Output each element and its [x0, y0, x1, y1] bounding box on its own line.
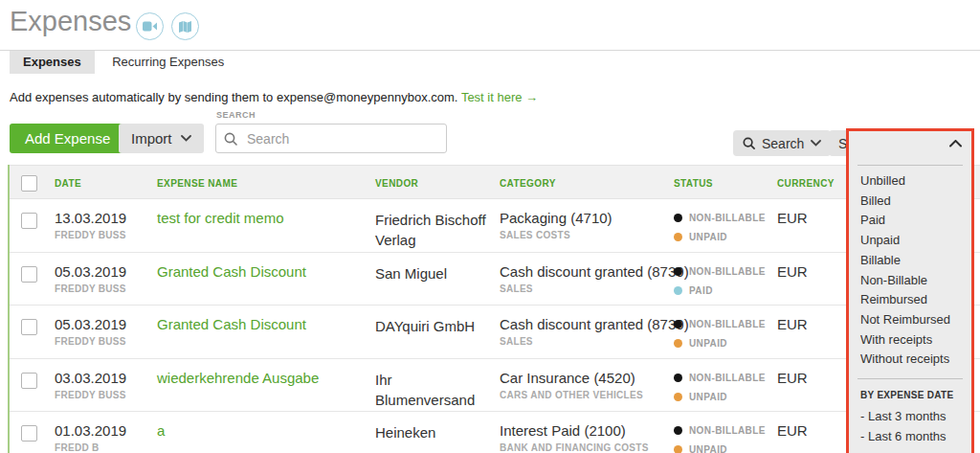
expense-date: 01.03.2019: [55, 422, 126, 439]
billable-status: NON-BILLABLE: [674, 425, 766, 436]
filter-option[interactable]: Reimbursed: [860, 290, 968, 310]
status-dot: [674, 267, 682, 276]
expense-created-by: FREDDY BUSS: [55, 336, 126, 347]
import-button[interactable]: Import: [119, 124, 204, 153]
status-label: UNPAID: [689, 392, 727, 402]
test-it-here-link[interactable]: Test it here: [461, 90, 523, 104]
expense-created-by: FREDD B: [55, 442, 100, 453]
expense-currency: EUR: [777, 370, 808, 386]
search-icon: [743, 137, 755, 149]
filter-option[interactable]: Unpaid: [860, 231, 968, 251]
filter-date-options-list: - Last 3 months- Last 6 months: [860, 406, 968, 446]
guide-button[interactable]: [171, 12, 199, 40]
expense-category: Cash discount granted (8730): [500, 263, 689, 280]
search-box: [215, 124, 447, 153]
billable-status: NON-BILLABLE: [674, 319, 766, 329]
expense-category: Cash discount granted (8730): [500, 316, 689, 332]
column-header-status: STATUS: [674, 178, 713, 189]
row-checkbox[interactable]: [21, 266, 37, 283]
row-checkbox[interactable]: [21, 373, 37, 389]
status-label: UNPAID: [689, 232, 727, 242]
filter-option[interactable]: Billable: [860, 251, 968, 271]
payment-status: UNPAID: [674, 338, 727, 349]
expense-date: 13.03.2019: [55, 210, 126, 226]
expense-category-group: CARS AND OTHER VEHICLES: [500, 390, 643, 400]
column-header-vendor: VENDOR: [375, 178, 418, 189]
arrow-right-icon: →: [525, 90, 538, 104]
status-dot: [674, 339, 682, 348]
payment-status: UNPAID: [674, 444, 727, 453]
search-input[interactable]: [245, 130, 438, 147]
filter-section-label: BY EXPENSE DATE: [860, 390, 954, 400]
expense-name-link[interactable]: Granted Cash Discount: [157, 263, 306, 280]
map-icon: [179, 21, 191, 33]
status-dot: [674, 445, 682, 453]
select-all-checkbox[interactable]: [21, 175, 37, 192]
table-header: DATE EXPENSE NAME VENDOR CATEGORY STATUS…: [10, 165, 980, 199]
search-icon: [224, 132, 237, 146]
payment-status: UNPAID: [674, 232, 727, 242]
table-row[interactable]: 13.03.2019 FREDDY BUSS test for credit m…: [10, 199, 980, 253]
filter-search-button[interactable]: Search: [733, 130, 831, 156]
row-checkbox[interactable]: [21, 213, 37, 229]
table-row[interactable]: 03.03.2019 FREDDY BUSS wiederkehrende Au…: [10, 359, 980, 413]
filter-option[interactable]: Without receipts: [860, 350, 968, 370]
expense-name-link[interactable]: test for credit memo: [157, 210, 284, 226]
expense-name-link[interactable]: a: [157, 422, 165, 439]
filter-option[interactable]: Billed: [860, 192, 968, 212]
expense-date: 05.03.2019: [55, 263, 126, 280]
expense-date: 05.03.2019: [55, 316, 126, 332]
expense-created-by: FREDDY BUSS: [55, 390, 126, 400]
expense-name-link[interactable]: wiederkehrende Ausgabe: [157, 370, 319, 386]
filter-option[interactable]: Non-Billable: [860, 271, 968, 291]
filter-option[interactable]: Unbilled: [860, 171, 968, 192]
tab-bar: Expenses Recurring Expenses: [0, 50, 980, 72]
tab-expenses[interactable]: Expenses: [10, 51, 95, 74]
divider: [858, 378, 963, 379]
payment-status: UNPAID: [674, 392, 727, 402]
chevron-down-icon: [811, 140, 821, 147]
status-label: NON-BILLABLE: [689, 319, 766, 329]
filter-options-list: UnbilledBilledPaidUnpaidBillableNon-Bill…: [860, 171, 968, 370]
billable-status: NON-BILLABLE: [674, 213, 766, 223]
column-header-currency: CURRENCY: [777, 178, 835, 189]
expense-name-link[interactable]: Granted Cash Discount: [157, 316, 306, 332]
filter-date-option[interactable]: - Last 3 months: [860, 406, 968, 426]
status-dot: [674, 320, 682, 328]
table-row[interactable]: 01.03.2019 FREDD B a Heineken Interest P…: [10, 412, 980, 453]
table-row[interactable]: 05.03.2019 FREDDY BUSS Granted Cash Disc…: [10, 253, 980, 306]
filter-search-label: Search: [762, 136, 804, 151]
expense-category: Interest Paid (2100): [500, 422, 626, 439]
video-tutorial-button[interactable]: [136, 12, 164, 40]
auto-add-text: Add expenses automatically by sending th…: [10, 90, 457, 104]
chevron-up-icon[interactable]: [949, 140, 962, 147]
row-checkbox[interactable]: [21, 425, 37, 442]
expense-currency: EUR: [777, 210, 808, 226]
expense-category-group: SALES: [500, 336, 533, 347]
table-row[interactable]: 05.03.2019 FREDDY BUSS Granted Cash Disc…: [10, 306, 980, 359]
billable-status: NON-BILLABLE: [674, 373, 766, 383]
expense-category-group: SALES COSTS: [500, 230, 570, 240]
auto-add-info: Add expenses automatically by sending th…: [10, 90, 538, 104]
divider: [858, 165, 963, 166]
filter-option[interactable]: With receipts: [860, 330, 968, 351]
filter-date-option[interactable]: - Last 6 months: [860, 426, 968, 446]
row-checkbox[interactable]: [21, 319, 37, 335]
expense-category: Car Insurance (4520): [500, 370, 635, 386]
column-header-category: CATEGORY: [500, 178, 556, 189]
expense-category: Packaging (4710): [500, 210, 612, 226]
add-expense-button[interactable]: Add Expense: [10, 124, 125, 153]
filter-option[interactable]: Not Reimbursed: [860, 310, 968, 330]
import-button-label: Import: [131, 130, 172, 147]
status-dot: [674, 286, 682, 295]
chevron-down-icon: [181, 135, 191, 142]
tab-recurring-expenses[interactable]: Recurring Expenses: [99, 51, 237, 74]
column-header-name: EXPENSE NAME: [157, 178, 237, 189]
column-header-date: DATE: [55, 178, 81, 189]
status-label: NON-BILLABLE: [689, 266, 766, 277]
expense-created-by: FREDDY BUSS: [55, 230, 126, 240]
expense-vendor: DAYquiri GmbH: [375, 316, 494, 336]
expense-currency: EUR: [777, 316, 808, 332]
expense-vendor: Heineken: [375, 422, 494, 442]
filter-option[interactable]: Paid: [860, 211, 968, 231]
